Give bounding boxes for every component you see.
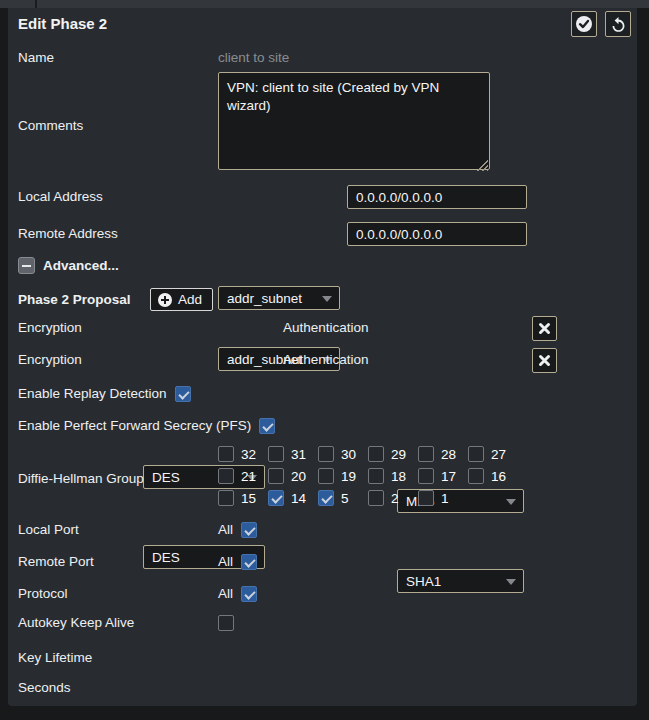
dh-checkbox-5[interactable] (318, 490, 334, 506)
protocol-label: Protocol (18, 586, 68, 602)
ok-button[interactable] (571, 11, 597, 37)
local-port-all-checkbox[interactable] (241, 522, 257, 538)
pfs-checkbox[interactable] (259, 418, 275, 434)
encryption-label: Encryption (18, 316, 82, 340)
authentication-select-2[interactable]: SHA1 (397, 569, 524, 593)
dh-checkbox-21[interactable] (218, 468, 234, 484)
remote-address-label: Remote Address (18, 222, 118, 246)
delete-proposal-button-2[interactable] (532, 348, 557, 373)
replay-detection-checkbox[interactable] (175, 386, 191, 402)
chevron-down-icon (322, 296, 332, 302)
outer-top-divider (35, 0, 37, 8)
dh-option-label: 18 (391, 469, 406, 484)
dh-option-label: 32 (241, 447, 256, 462)
dh-checkbox-14[interactable] (268, 490, 284, 506)
remote-port-all-checkbox[interactable] (241, 554, 257, 570)
outer-top-strip (0, 0, 649, 8)
dh-checkbox-28[interactable] (418, 446, 434, 462)
dh-option-label: 29 (391, 447, 406, 462)
add-proposal-button[interactable]: Add (150, 288, 213, 311)
encryption-value-2: DES (152, 550, 180, 565)
local-address-subnet-input[interactable] (347, 185, 527, 209)
encryption-value-1: DES (152, 470, 180, 485)
local-port-label: Local Port (18, 522, 79, 538)
dh-checkbox-27[interactable] (468, 446, 484, 462)
dh-checkbox-20[interactable] (268, 468, 284, 484)
authentication-label: Authentication (283, 348, 369, 372)
edit-phase2-panel: Edit Phase 2 Name client to site Comment… (8, 8, 637, 706)
protocol-all-checkbox[interactable] (241, 586, 257, 602)
seconds-label: Seconds (18, 676, 71, 700)
dh-checkbox-19[interactable] (318, 468, 334, 484)
page-title: Edit Phase 2 (18, 15, 107, 32)
remote-port-label: Remote Port (18, 554, 94, 570)
autokey-checkbox[interactable] (218, 615, 234, 631)
advanced-toggle[interactable]: Advanced... (18, 257, 119, 274)
dh-option-label: 21 (241, 469, 256, 484)
check-circle-icon (575, 15, 593, 33)
protocol-all-label: All (218, 586, 233, 602)
key-lifetime-label: Key Lifetime (18, 646, 92, 670)
dh-option-label: 31 (291, 447, 306, 462)
dh-option-label: 17 (441, 469, 456, 484)
dh-option-label: 2 (391, 491, 399, 506)
dh-option-label: 28 (441, 447, 456, 462)
autokey-label: Autokey Keep Alive (18, 615, 134, 631)
dh-option-label: 20 (291, 469, 306, 484)
pfs-label: Enable Perfect Forward Secrecy (PFS) (18, 418, 251, 434)
dh-checkbox-31[interactable] (268, 446, 284, 462)
delete-proposal-button-1[interactable] (532, 316, 557, 341)
x-icon (538, 322, 551, 335)
encryption-label: Encryption (18, 348, 82, 372)
authentication-value-2: SHA1 (406, 574, 441, 589)
remote-address-subnet-input[interactable] (347, 222, 527, 246)
undo-button[interactable] (605, 11, 631, 37)
local-address-label: Local Address (18, 185, 103, 209)
chevron-down-icon (506, 579, 516, 585)
local-address-type-value: addr_subnet (227, 291, 302, 306)
dh-checkbox-18[interactable] (368, 468, 384, 484)
name-value: client to site (218, 46, 289, 70)
undo-icon (610, 16, 627, 33)
dh-checkbox-29[interactable] (368, 446, 384, 462)
dh-option-label: 30 (341, 447, 356, 462)
advanced-label: Advanced... (43, 257, 119, 274)
dh-checkbox-16[interactable] (468, 468, 484, 484)
dh-option-label: 19 (341, 469, 356, 484)
collapse-minus-icon (18, 257, 35, 274)
dh-checkbox-17[interactable] (418, 468, 434, 484)
local-address-type-select[interactable]: addr_subnet (218, 286, 340, 310)
dh-checkbox-30[interactable] (318, 446, 334, 462)
replay-detection-label: Enable Replay Detection (18, 386, 167, 402)
name-label: Name (18, 46, 54, 70)
dh-group-label: Diffie-Hellman Group (18, 467, 144, 491)
phase2-proposal-label: Phase 2 Proposal (18, 288, 131, 311)
dh-option-label: 1 (441, 491, 449, 506)
authentication-label: Authentication (283, 316, 369, 340)
dh-checkbox-2[interactable] (368, 490, 384, 506)
plus-circle-icon (158, 293, 172, 307)
dh-checkbox-32[interactable] (218, 446, 234, 462)
dh-option-label: 16 (491, 469, 506, 484)
comments-textarea[interactable]: VPN: client to site (Created by VPN wiza… (218, 72, 490, 170)
add-button-label: Add (178, 292, 202, 307)
dh-checkbox-15[interactable] (218, 490, 234, 506)
local-port-all-label: All (218, 522, 233, 538)
dh-option-label: 5 (341, 491, 349, 506)
comments-label: Comments (18, 114, 83, 138)
dh-option-label: 15 (241, 491, 256, 506)
dh-option-label: 27 (491, 447, 506, 462)
x-icon (538, 354, 551, 367)
remote-port-all-label: All (218, 554, 233, 570)
dh-option-label: 14 (291, 491, 306, 506)
dh-checkbox-1[interactable] (418, 490, 434, 506)
